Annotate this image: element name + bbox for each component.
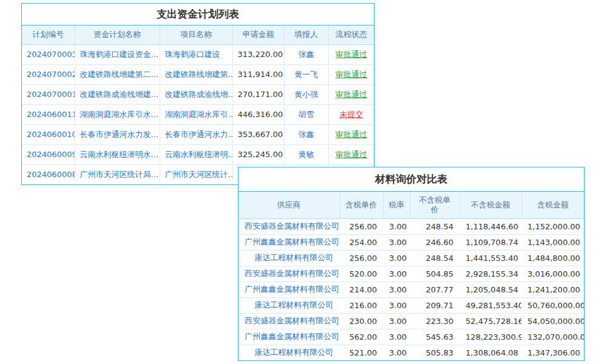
table-row: 广州鑫鑫金属材料有限公司 562.00 3.00 545.63 128,223,… bbox=[239, 329, 584, 345]
plan-no-cell[interactable]: 2024070001 bbox=[22, 84, 75, 104]
status-link[interactable]: 未提交 bbox=[339, 110, 363, 119]
project-name-cell[interactable]: 长春市伊通河水力... bbox=[160, 124, 232, 144]
project-name-cell[interactable]: 广州市天河区统计... bbox=[160, 164, 232, 184]
tax-amount-cell: 1,347,306.00 bbox=[521, 345, 584, 360]
net-price-cell: 248.54 bbox=[410, 250, 459, 266]
tax-rate-cell: 3.00 bbox=[383, 313, 410, 329]
tax-rate-cell: 3.00 bbox=[383, 345, 410, 360]
net-amount-cell: 49,281,553.40 bbox=[459, 297, 521, 313]
material-compare-title: 材料询价对比表 bbox=[239, 167, 584, 192]
reporter-cell[interactable]: 张鑫 bbox=[284, 44, 328, 64]
amount-cell: 446,316.00 bbox=[232, 104, 284, 124]
status-link[interactable]: 审批通过 bbox=[336, 130, 367, 139]
net-amount-cell: 1,441,553.40 bbox=[459, 250, 521, 266]
plan-no-cell[interactable]: 2024060009 bbox=[22, 144, 75, 164]
status-link[interactable]: 审批通过 bbox=[336, 90, 367, 99]
project-name-cell[interactable]: 湖南洞庭湖水库引... bbox=[160, 104, 232, 124]
net-price-cell: 223.30 bbox=[410, 313, 459, 329]
fund-name-cell[interactable]: 广州市天河区统计局... bbox=[75, 164, 160, 184]
net-amount-cell: 1,109,708.74 bbox=[459, 234, 521, 250]
reporter-cell[interactable]: 张鑫 bbox=[284, 124, 328, 144]
plan-no-cell[interactable]: 2024060011 bbox=[22, 104, 75, 124]
tax-amount-cell: 54,050,000.00 bbox=[521, 313, 584, 329]
tax-rate-cell: 3.00 bbox=[383, 234, 410, 250]
table-row: 2024070002 改建铁路线增建第二... 改建铁路线增建第... 311,… bbox=[22, 64, 374, 84]
material-compare-table: 供应商 含税单价 税率 不含税单价 不含税金额 含税金额 西安盛器金属材料有限公… bbox=[239, 192, 584, 360]
status-link[interactable]: 审批通过 bbox=[336, 150, 367, 159]
table-row: 西安盛器金属材料有限公司 520.00 3.00 504.85 2,928,15… bbox=[239, 266, 584, 281]
net-amount-cell: 52,475,728.16 bbox=[459, 313, 521, 329]
project-name-cell[interactable]: 云南水利枢纽潜明... bbox=[160, 144, 232, 164]
tax-price-cell: 214.00 bbox=[339, 281, 383, 297]
supplier-cell[interactable]: 西安盛器金属材料有限公司 bbox=[239, 266, 339, 281]
status-cell: 审批通过 bbox=[328, 84, 374, 104]
tax-amount-cell: 1,143,000.00 bbox=[521, 234, 584, 250]
reporter-cell[interactable]: 胡雪 bbox=[284, 104, 328, 124]
tax-price-cell: 256.00 bbox=[339, 218, 383, 234]
col-header-reporter: 填报人 bbox=[284, 25, 328, 44]
table-row: 广州鑫鑫金属材料有限公司 254.00 3.00 246.60 1,109,70… bbox=[239, 234, 584, 250]
expense-plan-title: 支出资金计划列表 bbox=[22, 4, 374, 25]
col-header-net-price: 不含税单价 bbox=[410, 192, 459, 218]
table-row: 2024060009 云南水利枢纽潜明水... 云南水利枢纽潜明... 325,… bbox=[22, 144, 374, 164]
supplier-cell[interactable]: 西安盛器金属材料有限公司 bbox=[239, 313, 339, 329]
status-link[interactable]: 审批通过 bbox=[336, 70, 367, 79]
table-row: 康达工程材料有限公司 256.00 3.00 248.54 1,441,553.… bbox=[239, 250, 584, 266]
supplier-cell[interactable]: 西安盛器金属材料有限公司 bbox=[239, 218, 339, 234]
table-row: 2024070001 改建铁路成渝线增建... 改建铁路成渝线增... 270,… bbox=[22, 84, 374, 104]
net-amount-cell: 2,928,155.34 bbox=[459, 266, 521, 281]
fund-name-cell[interactable]: 改建铁路成渝线增建... bbox=[75, 84, 160, 104]
reporter-cell[interactable]: 黄小强 bbox=[284, 84, 328, 104]
table-row: 西安盛器金属材料有限公司 256.00 3.00 248.54 1,118,44… bbox=[239, 218, 584, 234]
material-compare-panel: 材料询价对比表 供应商 含税单价 税率 不含税单价 不含税金额 含税金额 西安盛… bbox=[238, 167, 585, 361]
table-row: 2024070003 珠海鹤港口建设资金... 珠海鹤港口建设 313,220.… bbox=[22, 44, 374, 64]
project-name-cell[interactable]: 珠海鹤港口建设 bbox=[160, 44, 232, 64]
net-price-cell: 248.54 bbox=[410, 218, 459, 234]
net-amount-cell: 1,308,064.08 bbox=[459, 345, 521, 360]
fund-name-cell[interactable]: 珠海鹤港口建设资金... bbox=[75, 44, 160, 64]
table-row: 康达工程材料有限公司 216.00 3.00 209.71 49,281,553… bbox=[239, 297, 584, 313]
status-cell: 审批通过 bbox=[328, 44, 374, 64]
col-header-tax-rate: 税率 bbox=[383, 192, 410, 218]
project-name-cell[interactable]: 改建铁路线增建第... bbox=[160, 64, 232, 84]
tax-amount-cell: 132,070,000.00 bbox=[521, 329, 584, 345]
supplier-cell[interactable]: 广州鑫鑫金属材料有限公司 bbox=[239, 234, 339, 250]
table-row: 西安盛器金属材料有限公司 230.00 3.00 223.30 52,475,7… bbox=[239, 313, 584, 329]
tax-price-cell: 256.00 bbox=[339, 250, 383, 266]
plan-no-cell[interactable]: 2024060010 bbox=[22, 124, 75, 144]
fund-name-cell[interactable]: 改建铁路线增建第二... bbox=[75, 64, 160, 84]
tax-rate-cell: 3.00 bbox=[383, 297, 410, 313]
net-price-cell: 505.83 bbox=[410, 345, 459, 360]
tax-rate-cell: 3.00 bbox=[383, 266, 410, 281]
reporter-cell[interactable]: 黄敏 bbox=[284, 144, 328, 164]
fund-name-cell[interactable]: 湖南洞庭湖水库引水... bbox=[75, 104, 160, 124]
supplier-cell[interactable]: 康达工程材料有限公司 bbox=[239, 297, 339, 313]
table-header-row: 计划编号 资金计划名称 项目名称 申请金额 填报人 流程状态 bbox=[22, 25, 374, 44]
amount-cell: 311,914.00 bbox=[232, 64, 284, 84]
tax-rate-cell: 3.00 bbox=[383, 218, 410, 234]
project-name-cell[interactable]: 改建铁路成渝线增... bbox=[160, 84, 232, 104]
fund-name-cell[interactable]: 云南水利枢纽潜明水... bbox=[75, 144, 160, 164]
supplier-cell[interactable]: 康达工程材料有限公司 bbox=[239, 250, 339, 266]
plan-no-cell[interactable]: 2024060008 bbox=[22, 164, 75, 184]
net-amount-cell: 128,223,300.97 bbox=[459, 329, 521, 345]
status-cell: 审批通过 bbox=[328, 124, 374, 144]
tax-price-cell: 521.00 bbox=[339, 345, 383, 360]
status-link[interactable]: 审批通过 bbox=[336, 50, 367, 59]
plan-no-cell[interactable]: 2024070003 bbox=[22, 44, 75, 64]
plan-no-cell[interactable]: 2024070002 bbox=[22, 64, 75, 84]
fund-name-cell[interactable]: 长春市伊通河水力发... bbox=[75, 124, 160, 144]
tax-rate-cell: 3.00 bbox=[383, 329, 410, 345]
tax-amount-cell: 1,241,200.00 bbox=[521, 281, 584, 297]
col-header-fund-name: 资金计划名称 bbox=[75, 25, 160, 44]
supplier-cell[interactable]: 广州鑫鑫金属材料有限公司 bbox=[239, 281, 339, 297]
status-cell: 未提交 bbox=[328, 104, 374, 124]
supplier-cell[interactable]: 广州鑫鑫金属材料有限公司 bbox=[239, 329, 339, 345]
supplier-cell[interactable]: 康达工程材料有限公司 bbox=[239, 345, 339, 360]
tax-rate-cell: 3.00 bbox=[383, 250, 410, 266]
table-row: 2024060011 湖南洞庭湖水库引水... 湖南洞庭湖水库引... 446,… bbox=[22, 104, 374, 124]
col-header-status: 流程状态 bbox=[328, 25, 374, 44]
tax-amount-cell: 50,760,000.00 bbox=[521, 297, 584, 313]
table-row: 康达工程材料有限公司 521.00 3.00 505.83 1,308,064.… bbox=[239, 345, 584, 360]
reporter-cell[interactable]: 黄一飞 bbox=[284, 64, 328, 84]
